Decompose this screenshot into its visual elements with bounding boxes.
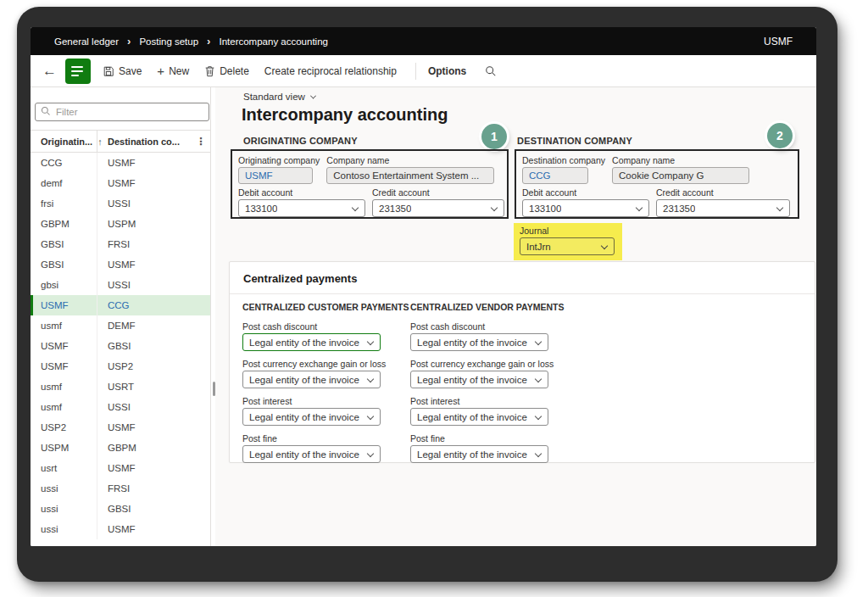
originating-company-cell: USMF <box>31 356 97 377</box>
originating-company-cell: ussi <box>31 499 97 519</box>
table-row[interactable]: usmfUSRT <box>31 377 210 397</box>
customer-post-cash-discount-select[interactable]: Legal entity of the invoice <box>242 333 381 351</box>
originating-company-name-field: Contoso Entertainment System ... <box>326 167 494 184</box>
options-button[interactable]: Options <box>428 65 466 77</box>
app-window: General ledger › Posting setup › Interco… <box>31 27 816 546</box>
vendor-post-currency-exchange-select[interactable]: Legal entity of the invoice <box>410 371 548 388</box>
search-icon <box>41 106 51 116</box>
originating-company-link[interactable]: USMF <box>245 170 273 181</box>
new-button[interactable]: + New <box>157 64 189 78</box>
select-value: 133100 <box>245 204 277 214</box>
customer-post-fine-select[interactable]: Legal entity of the invoice <box>242 445 381 463</box>
filter-input[interactable] <box>35 103 209 121</box>
save-button[interactable]: Save <box>103 65 142 77</box>
table-row[interactable]: GBPMUSPM <box>31 214 210 234</box>
credit-account-label: Credit account <box>372 187 504 198</box>
create-reciprocal-relationship-button[interactable]: Create reciprocal relationship <box>264 65 397 77</box>
delete-button[interactable]: Delete <box>204 65 249 77</box>
action-toolbar: ← Save + New Delete Create reciprocal re… <box>31 55 816 87</box>
originating-column-label: Originatin... <box>41 137 92 147</box>
chevron-down-icon <box>535 413 542 420</box>
table-row[interactable]: USMFUSP2 <box>31 356 210 377</box>
table-row[interactable]: usmfUSSI <box>31 397 210 417</box>
originating-company-cell: USP2 <box>31 417 97 438</box>
chevron-down-icon <box>367 338 374 345</box>
select-value: Legal entity of the invoice <box>417 449 527 460</box>
centralized-payments-card: Centralized payments CENTRALIZED CUSTOME… <box>229 261 815 463</box>
destination-company-cell: GBPM <box>97 443 210 453</box>
company-name-label: Company name <box>612 155 749 165</box>
destination-company-cell: FRSI <box>97 239 210 249</box>
filter-field <box>35 103 209 121</box>
journal-select[interactable]: IntJrn <box>520 237 615 255</box>
column-header-destination[interactable]: Destination co... <box>97 137 210 147</box>
table-row[interactable]: usrtUSMF <box>31 458 210 478</box>
vendor-post-interest-select[interactable]: Legal entity of the invoice <box>410 408 548 426</box>
view-selector[interactable]: Standard view <box>243 92 315 102</box>
table-row[interactable]: USP2USMF <box>31 417 210 438</box>
column-header-originating[interactable]: Originatin... ↑ <box>31 131 97 152</box>
select-value: 133100 <box>529 204 561 214</box>
originating-company-cell: USMF <box>31 295 97 315</box>
originating-company-cell: usmf <box>31 377 97 397</box>
debit-account-label: Debit account <box>238 187 365 198</box>
chevron-down-icon <box>535 338 542 345</box>
chevron-down-icon <box>310 92 316 98</box>
table-row[interactable]: ussiGBSI <box>31 499 210 519</box>
originating-credit-account-select[interactable]: 231350 <box>372 199 504 217</box>
destination-company-cell: USMF <box>97 422 210 432</box>
select-value: Legal entity of the invoice <box>249 338 359 348</box>
table-row[interactable]: USMFGBSI <box>31 336 210 356</box>
destination-company-link[interactable]: CCG <box>529 170 551 181</box>
breadcrumb-posting-setup[interactable]: Posting setup <box>139 36 198 47</box>
destination-company-cell: USPM <box>97 219 210 229</box>
menu-icon[interactable] <box>65 59 91 84</box>
table-row[interactable]: ussiFRSI <box>31 478 210 499</box>
table-row[interactable]: usmfDEMF <box>31 315 210 336</box>
grid-header: Originatin... ↑ Destination co... ⋮ <box>31 130 210 153</box>
post-fine-label: Post fine <box>242 433 395 444</box>
save-label: Save <box>119 65 142 77</box>
chevron-down-icon <box>601 243 608 249</box>
originating-debit-account-select[interactable]: 133100 <box>238 199 365 217</box>
table-row[interactable]: demfUSMF <box>31 173 210 193</box>
table-row[interactable]: CCGUSMF <box>31 153 210 173</box>
table-row[interactable]: GBSIUSMF <box>31 254 210 275</box>
callout-badge-1: 1 <box>481 124 507 149</box>
originating-annotation-box: Originating company USMF Company name Co… <box>231 149 509 219</box>
select-value: IntJrn <box>526 242 551 252</box>
divider <box>230 293 815 294</box>
originating-company-cell: GBSI <box>31 234 97 254</box>
table-row[interactable]: GBSIFRSI <box>31 234 210 254</box>
back-arrow-icon[interactable]: ← <box>42 63 57 80</box>
new-label: New <box>169 65 189 77</box>
table-row[interactable]: gbsiUSSI <box>31 275 210 295</box>
destination-company-cell: GBSI <box>97 504 210 514</box>
destination-company-name-value: Cookie Company G <box>619 170 704 181</box>
table-row[interactable]: frsiUSSI <box>31 193 210 214</box>
search-icon[interactable] <box>485 65 497 77</box>
customer-post-interest-select[interactable]: Legal entity of the invoice <box>242 408 381 426</box>
chevron-down-icon <box>491 204 498 211</box>
table-row[interactable]: USPMGBPM <box>31 438 210 458</box>
chevron-down-icon <box>352 204 359 211</box>
customer-payments-column: CENTRALIZED CUSTOMER PAYMENTS Post cash … <box>242 302 395 471</box>
table-row[interactable]: ussiUSMF <box>31 519 210 539</box>
kebab-menu-icon[interactable]: ⋮ <box>196 136 206 148</box>
vendor-post-fine-select[interactable]: Legal entity of the invoice <box>410 445 548 463</box>
grid-body: CCGUSMFdemfUSMFfrsiUSSIGBPMUSPMGBSIFRSIG… <box>31 153 210 546</box>
chevron-down-icon <box>776 204 783 211</box>
breadcrumb-general-ledger[interactable]: General ledger <box>54 36 119 47</box>
create-reciprocal-label: Create reciprocal relationship <box>264 65 397 77</box>
destination-credit-account-select[interactable]: 231350 <box>656 199 790 217</box>
destination-company-cell: DEMF <box>97 321 210 331</box>
breadcrumb-intercompany-accounting[interactable]: Intercompany accounting <box>219 36 328 47</box>
destination-company-section-label: DESTINATION COMPANY <box>517 136 632 146</box>
customer-post-currency-exchange-select[interactable]: Legal entity of the invoice <box>242 371 381 388</box>
company-picker[interactable]: USMF <box>764 36 793 47</box>
destination-company-label: Destination company <box>522 155 605 165</box>
post-currency-exchange-label: Post currency exchange gain or loss <box>410 359 563 369</box>
table-row[interactable]: USMFCCG <box>31 295 210 315</box>
destination-debit-account-select[interactable]: 133100 <box>522 199 649 217</box>
vendor-post-cash-discount-select[interactable]: Legal entity of the invoice <box>410 333 548 351</box>
